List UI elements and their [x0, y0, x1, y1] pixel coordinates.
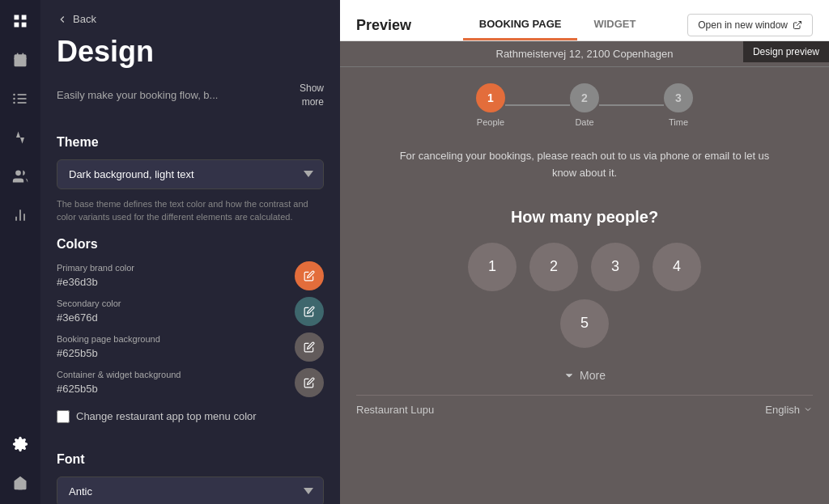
restaurant-name: Restaurant Lupu: [356, 404, 434, 416]
back-arrow-icon: [57, 14, 68, 25]
change-menu-color-row: Change restaurant app top menu color: [57, 404, 324, 430]
chevron-down-icon: [803, 404, 813, 414]
color-item-primary: Primary brand color #e36d3b: [57, 261, 324, 290]
how-many-title: How many people?: [340, 195, 829, 243]
preview-title: Preview: [356, 17, 411, 34]
list-icon[interactable]: [9, 87, 32, 110]
left-panel: Back Design Easily make your booking flo…: [40, 0, 340, 504]
chart-icon[interactable]: [9, 126, 32, 149]
font-section-title: Font: [57, 452, 324, 467]
svg-rect-4: [15, 54, 27, 66]
step-2-circle: 2: [570, 83, 599, 112]
back-label: Back: [73, 13, 96, 25]
edit-icon: [304, 377, 315, 388]
svg-rect-3: [22, 23, 27, 28]
colors-section: Colors Primary brand color #e36d3b Secon…: [40, 237, 340, 443]
sidebar: [0, 0, 40, 504]
step-time: 3 Time: [664, 83, 693, 127]
secondary-color-value: #3e676d: [57, 311, 98, 324]
back-nav[interactable]: Back: [40, 0, 340, 32]
step-2-label: Date: [575, 117, 593, 127]
change-menu-color-label: Change restaurant app top menu color: [76, 410, 257, 422]
edit-icon: [304, 270, 315, 282]
container-bg-color-label: Container & widget background: [57, 370, 295, 379]
step-1-label: People: [477, 117, 504, 127]
show-more-button[interactable]: Show more: [300, 82, 324, 109]
step-line-1: [505, 104, 570, 106]
edit-icon: [304, 306, 315, 317]
color-item-booking-bg: Booking page background #625b5b: [57, 332, 324, 362]
container-bg-color-value: #625b5b: [57, 383, 98, 395]
preview-footer: Restaurant Lupu English: [340, 396, 829, 424]
description-text: Easily make your booking flow, b...: [57, 89, 300, 101]
step-1-circle: 1: [476, 83, 505, 112]
people-btn-2[interactable]: 2: [529, 243, 578, 291]
description-row: Easily make your booking flow, b... Show…: [40, 82, 340, 122]
svg-point-11: [13, 94, 15, 96]
people-options-row1: 1 2 3 4: [340, 243, 829, 299]
chevron-down-icon: [563, 370, 575, 381]
preview-content: Design preview Rathmeistervej 12, 2100 C…: [340, 41, 829, 504]
step-3-label: Time: [669, 117, 688, 127]
theme-section-title: Theme: [57, 135, 324, 150]
grid-icon[interactable]: [9, 10, 32, 32]
steps-row: 1 People 2 Date 3 Time: [340, 67, 829, 135]
svg-point-14: [15, 171, 21, 176]
primary-color-edit-button[interactable]: [295, 261, 324, 290]
preview-header: Preview BOOKING PAGE WIDGET Open in new …: [340, 0, 829, 41]
svg-rect-1: [22, 15, 27, 20]
open-in-new-window-button[interactable]: Open in new window: [687, 14, 813, 36]
color-item-secondary: Secondary color #3e676d: [57, 297, 324, 326]
svg-rect-2: [15, 23, 19, 28]
color-item-container-bg: Container & widget background #625b5b: [57, 368, 324, 397]
people-btn-5[interactable]: 5: [560, 299, 609, 348]
right-panel: Preview BOOKING PAGE WIDGET Open in new …: [340, 0, 829, 504]
step-people: 1 People: [476, 83, 505, 127]
design-preview-badge: Design preview: [743, 41, 829, 62]
page-title: Design: [40, 32, 340, 82]
edit-icon: [304, 341, 315, 353]
booking-bg-color-label: Booking page background: [57, 334, 295, 344]
svg-rect-0: [15, 15, 19, 20]
people-btn-3[interactable]: 3: [591, 243, 640, 291]
secondary-color-label: Secondary color: [57, 299, 295, 308]
settings-icon[interactable]: [9, 433, 32, 455]
change-menu-color-checkbox[interactable]: [57, 410, 70, 423]
more-row[interactable]: More: [340, 356, 829, 395]
svg-point-12: [13, 98, 15, 100]
step-line-2: [599, 104, 664, 106]
primary-color-value: #e36d3b: [57, 276, 98, 288]
people-options-row2: 5: [340, 299, 829, 356]
font-section: Font Antic Select a standard system font…: [40, 443, 340, 504]
people-btn-4[interactable]: 4: [653, 243, 701, 291]
font-select[interactable]: Antic: [57, 476, 324, 504]
store-icon[interactable]: [9, 472, 32, 494]
preview-tabs: BOOKING PAGE WIDGET: [463, 10, 653, 40]
users-icon[interactable]: [9, 165, 32, 188]
cancel-text: For canceling your bookings, please reac…: [340, 135, 829, 195]
container-bg-color-edit-button[interactable]: [295, 368, 324, 397]
svg-line-19: [797, 22, 801, 27]
theme-section: Theme Dark background, light text Light …: [40, 122, 340, 237]
external-link-icon: [793, 20, 802, 30]
step-3-circle: 3: [664, 83, 693, 112]
people-btn-1[interactable]: 1: [468, 243, 517, 291]
primary-color-label: Primary brand color: [57, 263, 295, 273]
step-date: 2 Date: [570, 83, 599, 127]
colors-section-title: Colors: [57, 237, 324, 252]
booking-bg-color-value: #625b5b: [57, 347, 98, 359]
theme-description: The base theme defines the text color an…: [57, 197, 324, 224]
tab-booking-page[interactable]: BOOKING PAGE: [463, 10, 578, 40]
language-label: English: [765, 404, 800, 416]
tab-widget[interactable]: WIDGET: [577, 10, 652, 40]
bar-chart-icon[interactable]: [9, 204, 32, 227]
more-label[interactable]: More: [580, 369, 606, 382]
calendar-icon[interactable]: [9, 49, 32, 71]
theme-select[interactable]: Dark background, light text Light backgr…: [57, 159, 324, 189]
secondary-color-edit-button[interactable]: [295, 297, 324, 326]
language-selector[interactable]: English: [765, 404, 813, 416]
svg-point-13: [13, 102, 15, 104]
booking-bg-color-edit-button[interactable]: [295, 332, 324, 362]
